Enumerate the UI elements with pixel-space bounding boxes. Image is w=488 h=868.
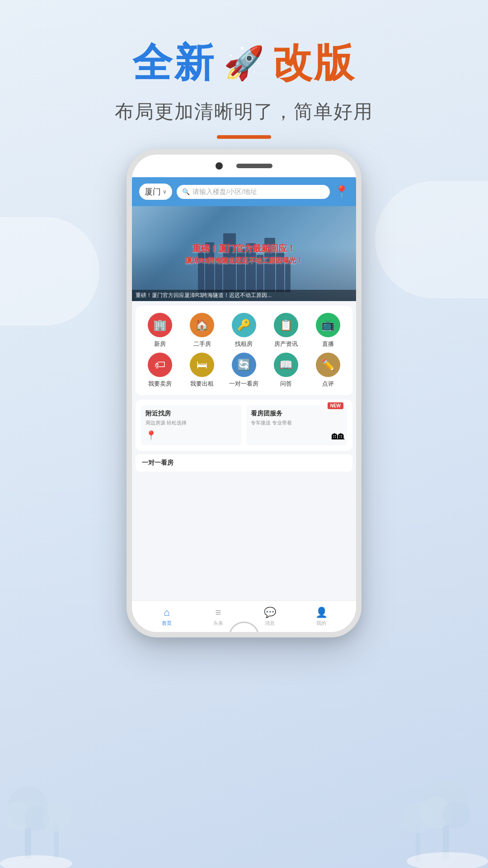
search-icon: 🔍 bbox=[182, 188, 190, 195]
bg-trees bbox=[0, 732, 488, 868]
qa-icon: 📖 bbox=[274, 353, 298, 377]
review-icon: ✏️ bbox=[316, 353, 340, 377]
tab-home-label: 首页 bbox=[162, 620, 172, 627]
svg-point-2 bbox=[5, 802, 33, 830]
menu-row-1: 🏢 新房 🏠 二手房 🔑 找租房 📋 房产资讯 📺 直播 bbox=[139, 313, 349, 348]
rent-out-icon: 🛏 bbox=[190, 353, 214, 377]
new-house-label: 新房 bbox=[154, 340, 166, 348]
rocket-icon: 🚀 bbox=[224, 44, 264, 82]
svg-point-7 bbox=[423, 780, 469, 825]
sell-icon: 🏷 bbox=[148, 353, 172, 377]
banner-text-overlay: 重磅！厦门官方最新回应！ 厦漳R3跨海隧道迟迟不动工原因曝光！ bbox=[132, 206, 356, 301]
new-house-icon: 🏢 bbox=[148, 313, 172, 337]
banner-title: 重磅！厦门官方最新回应！ bbox=[192, 243, 296, 255]
menu-item-second-house[interactable]: 🏠 二手房 bbox=[184, 313, 220, 348]
svg-point-13 bbox=[407, 852, 488, 868]
menu-item-live[interactable]: 📺 直播 bbox=[310, 313, 346, 348]
rent-out-label: 我要出租 bbox=[190, 380, 214, 388]
menu-grid: 🏢 新房 🏠 二手房 🔑 找租房 📋 房产资讯 📺 直播 bbox=[136, 306, 352, 395]
one-on-one-title: 一对一看房 bbox=[142, 459, 346, 467]
nearby-house-card[interactable]: 附近找房 周边房源 轻松选择 📍 bbox=[141, 405, 242, 445]
phone-mockup: 厦门 ∨ 🔍 请输入楼盘/小区/地址 📍 bbox=[127, 149, 361, 637]
headline: 全新 🚀 改版 bbox=[0, 36, 488, 90]
svg-rect-10 bbox=[416, 823, 420, 861]
nearby-subtitle: 周边房源 轻松选择 bbox=[145, 420, 237, 426]
nearby-title: 附近找房 bbox=[145, 410, 237, 418]
live-label: 直播 bbox=[322, 340, 334, 348]
svg-point-11 bbox=[402, 802, 434, 833]
live-icon: 📺 bbox=[316, 313, 340, 337]
second-house-label: 二手房 bbox=[193, 340, 211, 348]
rental-icon: 🔑 bbox=[232, 313, 256, 337]
tab-headlines-label: 头条 bbox=[213, 620, 223, 627]
headline-part2: 改版 bbox=[272, 36, 356, 90]
menu-item-new-house[interactable]: 🏢 新房 bbox=[142, 313, 178, 348]
svg-point-12 bbox=[0, 855, 72, 868]
news-label: 房产资讯 bbox=[274, 340, 298, 348]
bg-shape-left bbox=[0, 217, 99, 326]
svg-point-9 bbox=[443, 801, 470, 828]
headline-part1: 全新 bbox=[132, 36, 216, 90]
tab-headlines-icon: ≡ bbox=[216, 607, 221, 618]
svg-rect-4 bbox=[54, 823, 59, 859]
tab-messages-label: 消息 bbox=[265, 620, 275, 627]
tab-profile-label: 我的 bbox=[316, 620, 326, 627]
phone-speaker bbox=[236, 164, 272, 168]
city-arrow-icon: ∨ bbox=[163, 189, 167, 195]
bottom-section: 附近找房 周边房源 轻松选择 📍 NEW 看房团服务 专车接送 专业带着 🏘 bbox=[136, 400, 352, 451]
svg-point-3 bbox=[24, 806, 50, 831]
bg-shape-right bbox=[375, 181, 488, 298]
menu-item-review[interactable]: ✏️ 点评 bbox=[310, 353, 346, 388]
one-on-one-icon: 🔄 bbox=[232, 353, 256, 377]
subtitle: 布局更加清晰明了，简单好用 bbox=[0, 99, 488, 124]
search-bar[interactable]: 🔍 请输入楼盘/小区/地址 bbox=[177, 185, 330, 199]
phone-topbar bbox=[132, 155, 356, 177]
svg-point-5 bbox=[42, 803, 71, 832]
menu-item-qa[interactable]: 📖 问答 bbox=[268, 353, 304, 388]
header-area: 全新 🚀 改版 布局更加清晰明了，简单好用 bbox=[0, 36, 488, 139]
rental-label: 找租房 bbox=[235, 340, 253, 348]
city-name: 厦门 bbox=[145, 186, 161, 197]
tab-profile-icon: 👤 bbox=[315, 607, 328, 618]
app-header: 厦门 ∨ 🔍 请输入楼盘/小区/地址 📍 bbox=[132, 177, 356, 206]
phone-camera bbox=[216, 162, 223, 170]
tour-subtitle: 专车接送 专业带着 bbox=[251, 420, 343, 426]
one-on-one-label: 一对一看房 bbox=[229, 380, 258, 388]
tab-home-icon: ⌂ bbox=[164, 607, 169, 618]
tab-messages-icon: 💬 bbox=[264, 607, 276, 618]
menu-item-sell[interactable]: 🏷 我要卖房 bbox=[142, 353, 178, 388]
tab-home[interactable]: ⌂ 首页 bbox=[141, 607, 192, 627]
banner[interactable]: 重磅！厦门官方最新回应！ 厦漳R3跨海隧道迟迟不动工原因曝光！ 重磅！厦门官方回… bbox=[132, 206, 356, 301]
menu-item-one-on-one[interactable]: 🔄 一对一看房 bbox=[226, 353, 262, 388]
nearby-pin-icon: 📍 bbox=[145, 430, 237, 441]
menu-item-news[interactable]: 📋 房产资讯 bbox=[268, 313, 304, 348]
new-badge: NEW bbox=[328, 402, 343, 409]
banner-caption: 重磅！厦门官方回应厦漳R3跨海隧道！迟迟不动工原因... bbox=[132, 290, 356, 301]
house-tour-card[interactable]: NEW 看房团服务 专车接送 专业带着 🏘 bbox=[246, 405, 347, 445]
menu-row-2: 🏷 我要卖房 🛏 我要出租 🔄 一对一看房 📖 问答 ✏️ 点评 bbox=[139, 353, 349, 388]
location-icon[interactable]: 📍 bbox=[334, 185, 349, 199]
menu-item-rent-out[interactable]: 🛏 我要出租 bbox=[184, 353, 220, 388]
sell-label: 我要卖房 bbox=[148, 380, 172, 388]
one-on-one-section[interactable]: 一对一看房 bbox=[136, 454, 352, 472]
second-house-icon: 🏠 bbox=[190, 313, 214, 337]
tab-profile[interactable]: 👤 我的 bbox=[296, 607, 347, 627]
city-selector[interactable]: 厦门 ∨ bbox=[139, 184, 172, 200]
review-label: 点评 bbox=[322, 380, 334, 388]
svg-rect-6 bbox=[443, 809, 449, 859]
qa-label: 问答 bbox=[280, 380, 292, 388]
news-icon: 📋 bbox=[274, 313, 298, 337]
banner-subtitle: 厦漳R3跨海隧道迟迟不动工原因曝光！ bbox=[185, 256, 302, 265]
svg-point-8 bbox=[420, 797, 452, 829]
phone-inner: 厦门 ∨ 🔍 请输入楼盘/小区/地址 📍 bbox=[132, 155, 356, 632]
svg-point-1 bbox=[8, 787, 48, 827]
underline-decoration bbox=[217, 135, 271, 139]
svg-rect-0 bbox=[25, 814, 31, 859]
search-placeholder-text: 请输入楼盘/小区/地址 bbox=[192, 188, 257, 196]
tour-icon: 🏘 bbox=[332, 428, 344, 443]
tour-title: 看房团服务 bbox=[251, 410, 343, 418]
menu-item-rental[interactable]: 🔑 找租房 bbox=[226, 313, 262, 348]
